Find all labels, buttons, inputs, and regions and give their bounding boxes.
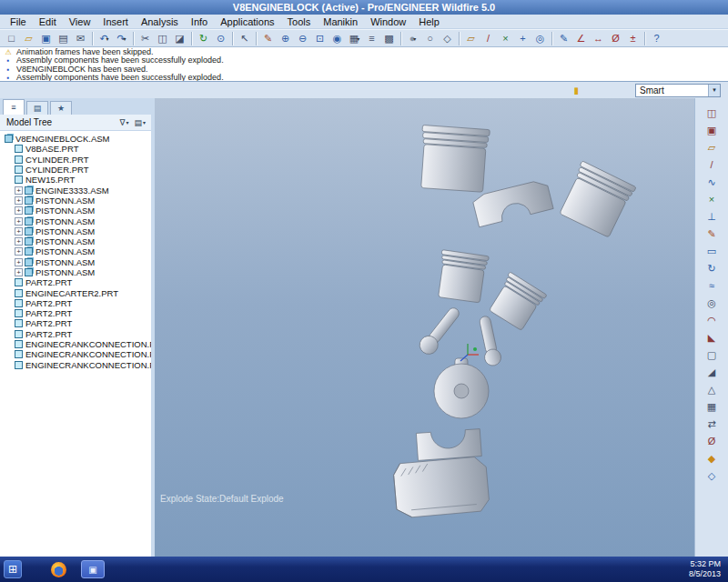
expander-icon[interactable]: + — [15, 196, 23, 205]
firefox-icon[interactable] — [51, 562, 66, 577]
tree-row[interactable]: + PART2.PRT — [0, 277, 151, 287]
start-button[interactable]: ⊞ — [4, 560, 22, 578]
copy-icon[interactable]: ◫ ▾ — [154, 31, 171, 46]
tree-row[interactable]: + PISTONN.ASM — [0, 206, 151, 216]
menu-view[interactable]: View — [63, 15, 97, 29]
draft-icon[interactable]: △ — [703, 382, 721, 397]
favorites-tab[interactable]: ★ — [50, 101, 72, 115]
display-style-icon[interactable]: ● ▾ — [404, 31, 421, 46]
chamfer-icon[interactable]: ◣ — [703, 330, 721, 346]
refit-icon[interactable]: ⊡ ▾ — [311, 31, 329, 46]
revolve-icon[interactable]: ↻ — [703, 261, 721, 276]
expander-icon[interactable]: + — [15, 227, 23, 236]
tree-row[interactable]: + V8BASE.PRT — [0, 144, 151, 154]
rib-icon[interactable]: ◢ — [703, 365, 721, 380]
tree-row[interactable]: + PISTONN.ASM — [0, 236, 151, 246]
status-indicator-icon[interactable]: ▮ — [573, 85, 579, 95]
system-tray[interactable]: 5:32 PM 8/5/2013 — [689, 559, 728, 579]
annotation-note-icon[interactable]: ✎ ▾ — [555, 31, 572, 46]
tree-row[interactable]: + CYLINDER.PRT — [0, 155, 151, 165]
expander-icon[interactable]: + — [15, 247, 23, 256]
angle-dimension-icon[interactable]: ∠ ▾ — [572, 31, 590, 46]
component-interface-icon[interactable]: ◆ — [703, 451, 721, 467]
undo-icon[interactable]: ↶ ▾ — [96, 31, 113, 46]
saved-views-icon[interactable]: ▦ ▾ — [346, 31, 363, 46]
redo-icon[interactable]: ↷ ▾ — [113, 31, 130, 46]
diameter-dimension-icon[interactable]: Ø ▾ — [607, 31, 624, 46]
shell-icon[interactable]: ▢ — [703, 347, 721, 363]
view-manager-icon[interactable]: ▩ ▾ — [380, 31, 398, 46]
menu-window[interactable]: Window — [364, 15, 412, 29]
folder-browser-tab[interactable]: ▤ — [26, 101, 48, 115]
proe-taskbar-button[interactable]: ▣ — [81, 560, 105, 578]
measure-icon[interactable]: Ø — [703, 434, 721, 449]
datum-curve-icon[interactable]: ∿ — [703, 175, 721, 190]
show-menu-button[interactable]: ∇ ▾ — [116, 118, 131, 127]
tree-row[interactable]: + ENGINECRANKCONNECTION.PRT — [0, 360, 151, 370]
tree-row[interactable]: + CYLINDER.PRT — [0, 165, 151, 175]
mirror-icon[interactable]: ⇄ — [703, 416, 721, 432]
sweep-icon[interactable]: ≈ — [703, 278, 721, 294]
tree-row[interactable]: + PART2.PRT — [0, 308, 151, 318]
tree-row[interactable]: + ENGINE3333.ASM — [0, 185, 151, 195]
tree-row[interactable]: + PISTONN.ASM — [0, 257, 151, 267]
menu-help[interactable]: Help — [412, 15, 446, 29]
settings-menu-button[interactable]: ▤ ▾ — [131, 118, 148, 127]
select-arrow-icon[interactable]: ↖ ▾ — [236, 31, 253, 46]
tree-row[interactable]: + PART2.PRT — [0, 318, 151, 328]
regenerate-icon[interactable]: ↻ ▾ — [195, 31, 212, 46]
tree-row[interactable]: + PISTONN.ASM — [0, 267, 151, 277]
save-file-icon[interactable]: ▣ ▾ — [37, 31, 55, 46]
tree-row[interactable]: + V8ENGINEBLOCK.ASM — [0, 134, 151, 144]
print-icon[interactable]: ▤ ▾ — [55, 31, 72, 46]
sketch-tool-icon[interactable]: ✎ — [703, 226, 721, 242]
tree-row[interactable]: + PISTONN.ASM — [0, 216, 151, 226]
tree-row[interactable]: + PISTONN.ASM — [0, 226, 151, 236]
tolerance-icon[interactable]: ± ▾ — [624, 31, 642, 46]
context-help-icon[interactable]: ? ▾ — [648, 31, 665, 46]
layers-icon[interactable]: ≡ ▾ — [363, 31, 380, 46]
extrude-icon[interactable]: ▭ — [703, 244, 721, 259]
datum-plane-icon[interactable]: ▱ — [703, 140, 721, 156]
orient-mode-icon[interactable]: ◉ ▾ — [329, 31, 346, 46]
model-tree-tab[interactable]: ≡ — [3, 99, 25, 115]
email-icon[interactable]: ✉ ▾ — [72, 31, 89, 46]
new-file-icon[interactable]: □ ▾ — [3, 31, 20, 46]
repaint-icon[interactable]: ✎ ▾ — [259, 31, 277, 46]
menu-manikin[interactable]: Manikin — [317, 15, 364, 29]
expander-icon[interactable]: + — [15, 206, 23, 215]
expander-icon[interactable]: + — [15, 237, 23, 246]
menu-insert[interactable]: Insert — [96, 15, 135, 29]
open-file-icon[interactable]: ▱ ▾ — [20, 31, 37, 46]
tree-row[interactable]: + NEW15.PRT — [0, 175, 151, 185]
zoom-out-icon[interactable]: ⊖ ▾ — [294, 31, 311, 46]
title-bar[interactable]: V8ENGINEBLOCK (Active) - Pro/ENGINEER Wi… — [0, 0, 728, 15]
menu-analysis[interactable]: Analysis — [135, 15, 185, 29]
tree-row[interactable]: + PISTONN.ASM — [0, 246, 151, 256]
csys-toggle-icon[interactable]: + ▾ — [514, 31, 531, 46]
tree-row[interactable]: + ENGINECRANKCONNECTION.PRT — [0, 349, 151, 359]
linear-dimension-icon[interactable]: ↔ ▾ — [590, 31, 607, 46]
hole-icon[interactable]: ◎ — [703, 296, 721, 311]
tree-row[interactable]: + ENGINECRANKCONNECTION.PRT — [0, 339, 151, 349]
expander-icon[interactable]: + — [15, 268, 23, 276]
coordinate-system-icon[interactable]: ⊥ — [703, 209, 721, 225]
spin-center-toggle-icon[interactable]: ◎ ▾ — [531, 31, 549, 46]
datum-axis-icon[interactable]: / — [703, 157, 721, 173]
menu-edit[interactable]: Edit — [33, 15, 63, 29]
round-icon[interactable]: ◠ — [703, 313, 721, 328]
menu-info[interactable]: Info — [185, 15, 214, 29]
find-icon[interactable]: ⊙ ▾ — [212, 31, 229, 46]
zoom-in-icon[interactable]: ⊕ ▾ — [277, 31, 294, 46]
menu-file[interactable]: File — [4, 15, 33, 29]
tree-row[interactable]: + PART2.PRT — [0, 298, 151, 308]
view-orientation-icon[interactable]: ◇ — [703, 468, 721, 484]
menu-tools[interactable]: Tools — [281, 15, 318, 29]
expander-icon[interactable]: + — [15, 186, 23, 195]
tree-row[interactable]: + PART2.PRT — [0, 329, 151, 339]
datum-planes-toggle-icon[interactable]: ▱ ▾ — [462, 31, 480, 46]
hidden-line-icon[interactable]: ○ ▾ — [421, 31, 439, 46]
cut-icon[interactable]: ✂ ▾ — [136, 31, 154, 46]
graphics-viewport[interactable]: Explode State:Default Explode — [155, 98, 694, 557]
expander-icon[interactable]: + — [15, 258, 23, 266]
